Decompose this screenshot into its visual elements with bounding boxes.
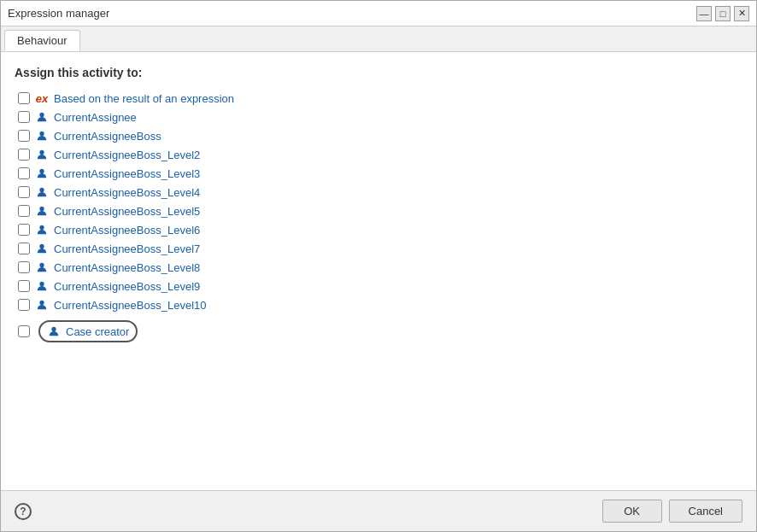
section-title: Assign this activity to:	[15, 66, 742, 79]
title-bar: Expression manager — □ ✕	[1, 1, 756, 26]
user-icon	[35, 242, 49, 255]
list-item[interactable]: CurrentAssigneeBoss_Level3	[15, 165, 742, 182]
item-label: Case creator	[66, 325, 129, 338]
user-icon	[35, 148, 49, 161]
svg-point-4	[39, 188, 44, 192]
list-item[interactable]: CurrentAssigneeBoss_Level2	[15, 146, 742, 163]
tab-bar: Behaviour	[1, 26, 756, 52]
footer-left: ?	[15, 503, 32, 520]
item-checkbox-boss-l9[interactable]	[18, 280, 30, 292]
item-list: ex Based on the result of an expression …	[15, 90, 742, 348]
list-item[interactable]: CurrentAssigneeBoss_Level10	[15, 296, 742, 313]
dialog-footer: ? OK Cancel	[1, 490, 756, 531]
user-icon	[47, 324, 61, 338]
case-creator-highlight: Case creator	[38, 320, 138, 342]
user-icon	[35, 129, 49, 143]
item-label: CurrentAssigneeBoss_Level8	[54, 261, 200, 274]
list-item[interactable]: CurrentAssigneeBoss_Level4	[15, 184, 742, 201]
svg-point-9	[39, 282, 44, 286]
item-checkbox-boss-l3[interactable]	[18, 167, 30, 179]
item-checkbox-boss-l8[interactable]	[18, 261, 30, 273]
item-label: CurrentAssigneeBoss_Level9	[54, 280, 200, 293]
case-creator-row[interactable]: Case creator	[15, 315, 742, 348]
item-label: CurrentAssigneeBoss_Level4	[54, 186, 200, 199]
item-checkbox-boss-l5[interactable]	[18, 205, 30, 217]
list-item[interactable]: ex Based on the result of an expression	[15, 90, 742, 107]
maximize-button[interactable]: □	[715, 6, 731, 21]
list-item[interactable]: CurrentAssigneeBoss_Level6	[15, 221, 742, 238]
list-item[interactable]: CurrentAssigneeBoss_Level5	[15, 202, 742, 219]
item-label: CurrentAssigneeBoss_Level2	[54, 149, 200, 161]
item-checkbox-case-creator[interactable]	[18, 325, 30, 337]
close-button[interactable]: ✕	[734, 6, 749, 21]
list-item[interactable]: CurrentAssigneeBoss_Level7	[15, 240, 742, 257]
help-button[interactable]: ?	[15, 503, 32, 520]
user-icon	[35, 260, 49, 274]
footer-buttons: OK Cancel	[602, 500, 742, 523]
expression-manager-dialog: Expression manager — □ ✕ Behaviour Assig…	[0, 0, 757, 532]
user-icon	[35, 110, 49, 124]
ok-button[interactable]: OK	[602, 500, 662, 523]
svg-point-3	[39, 169, 44, 173]
item-label: CurrentAssigneeBoss_Level6	[54, 224, 200, 237]
list-item[interactable]: CurrentAssigneeBoss_Level8	[15, 259, 742, 276]
minimize-button[interactable]: —	[696, 6, 712, 21]
svg-point-6	[39, 225, 44, 230]
item-checkbox-boss-l6[interactable]	[18, 224, 30, 236]
list-item[interactable]: CurrentAssigneeBoss_Level9	[15, 278, 742, 295]
item-checkbox-current-assignee[interactable]	[18, 111, 30, 123]
svg-point-11	[51, 327, 56, 331]
item-checkbox-boss[interactable]	[18, 130, 30, 142]
item-label: Based on the result of an expression	[54, 92, 234, 105]
user-icon	[35, 185, 49, 199]
svg-point-10	[39, 301, 44, 305]
dialog-title: Expression manager	[8, 7, 109, 20]
user-icon	[35, 167, 49, 180]
expression-icon: ex	[35, 91, 49, 105]
item-checkbox-boss-l4[interactable]	[18, 186, 30, 198]
user-icon	[35, 298, 49, 312]
item-label: CurrentAssigneeBoss_Level7	[54, 243, 200, 255]
item-checkbox-boss-l10[interactable]	[18, 299, 30, 311]
user-icon	[35, 223, 49, 237]
item-label: CurrentAssigneeBoss_Level3	[54, 167, 200, 180]
item-label: CurrentAssigneeBoss	[54, 130, 161, 143]
tab-behaviour[interactable]: Behaviour	[4, 30, 80, 51]
svg-point-0	[39, 113, 44, 117]
cancel-button[interactable]: Cancel	[669, 500, 742, 523]
item-checkbox-boss-l7[interactable]	[18, 243, 30, 254]
item-label: CurrentAssigneeBoss_Level10	[54, 299, 207, 312]
item-checkbox-boss-l2[interactable]	[18, 149, 30, 161]
svg-point-8	[39, 263, 44, 267]
title-bar-buttons: — □ ✕	[696, 6, 749, 21]
svg-point-1	[39, 132, 44, 136]
item-checkbox-expr[interactable]	[18, 92, 30, 104]
list-item[interactable]: CurrentAssignee	[15, 108, 742, 126]
user-icon	[35, 204, 49, 218]
svg-point-2	[39, 150, 44, 155]
dialog-body: Assign this activity to: ex Based on the…	[1, 52, 756, 490]
svg-point-7	[39, 244, 44, 248]
item-label: CurrentAssigneeBoss_Level5	[54, 205, 200, 218]
list-item[interactable]: CurrentAssigneeBoss	[15, 127, 742, 144]
item-label: CurrentAssignee	[54, 111, 137, 124]
svg-point-5	[39, 207, 44, 211]
user-icon	[35, 279, 49, 293]
